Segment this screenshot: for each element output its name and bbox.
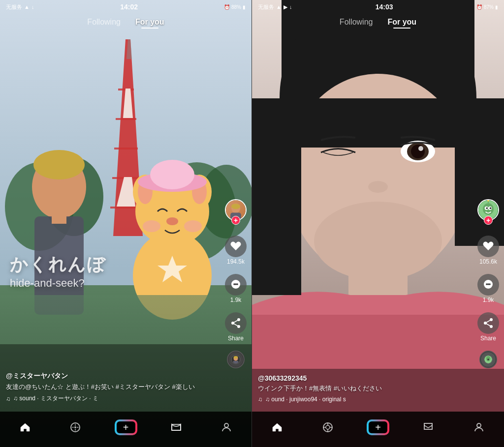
left-share-icon: [229, 316, 243, 330]
right-time: 14:03: [376, 3, 393, 11]
left-wifi-icon: ▲: [24, 4, 30, 10]
svg-rect-9: [116, 118, 136, 120]
right-nav-discover[interactable]: [302, 421, 352, 433]
right-description: ウインク下手か！#無表情 #いいねください: [258, 384, 474, 393]
left-music-note-icon: ♫: [6, 395, 10, 402]
left-like-btn[interactable]: 194.5k: [225, 236, 247, 265]
right-nav-add[interactable]: +: [353, 420, 403, 434]
left-profile-icon: [220, 421, 232, 433]
right-share-icon: [481, 316, 495, 330]
svg-point-56: [224, 423, 228, 427]
left-nav-home[interactable]: [0, 421, 50, 433]
right-comment-icon: [481, 278, 495, 292]
left-inbox-icon: [170, 421, 182, 433]
left-carrier: 无服务: [6, 3, 22, 11]
left-avatar-add-btn[interactable]: +: [231, 216, 240, 225]
right-bottom-info: @30633292345 ウインク下手か！#無表情 #いいねください ♫ ♫ o…: [258, 374, 474, 403]
right-carrier: 无服务: [258, 3, 274, 11]
svg-point-85: [489, 283, 491, 285]
right-avatar-add-btn[interactable]: +: [484, 216, 493, 225]
svg-point-51: [234, 356, 238, 358]
right-nav-inbox[interactable]: [403, 421, 453, 433]
svg-point-16: [33, 150, 85, 179]
left-comment-icon: [229, 278, 243, 292]
left-description: 友達の@ちいたん☆ と遊ぶ！#お笑い #ミスターヤバタン #楽しい: [6, 383, 222, 391]
svg-point-27: [184, 220, 202, 232]
right-location-icon: ▶: [284, 4, 287, 10]
right-nav-profile[interactable]: [454, 421, 504, 433]
left-share-label: Share: [228, 335, 244, 342]
right-home-icon: [271, 421, 283, 433]
right-plus-inner: +: [369, 421, 387, 433]
right-comment-btn[interactable]: 1.9k: [477, 274, 499, 303]
right-share-btn[interactable]: Share: [477, 312, 499, 342]
right-status-bar: 无服务 ▲ ▶ ↓ 14:03 ⏰ 87% ▮: [252, 0, 504, 14]
left-like-icon-bg: [225, 236, 247, 257]
left-battery-icon: ▮: [243, 4, 246, 10]
right-share-icon-bg: [477, 312, 499, 334]
svg-line-89: [485, 320, 491, 323]
left-avatar-btn[interactable]: +: [225, 199, 247, 227]
svg-line-90: [485, 323, 491, 327]
right-username: @30633292345: [258, 374, 474, 382]
left-nav-discover[interactable]: [50, 421, 100, 433]
left-download-icon: ↓: [32, 4, 34, 10]
left-sound-info: ♫ ♫ sound · ミスターヤバタン · ミ: [6, 394, 222, 403]
right-inbox-icon: [422, 421, 434, 433]
right-music-note-icon: ♫: [258, 396, 262, 403]
right-nav-following[interactable]: Following: [340, 18, 373, 29]
svg-point-66: [418, 146, 423, 151]
right-bottom-nav: +: [252, 412, 504, 447]
right-sound-info: ♫ ♫ ound · junjiwoo94 · original s: [258, 396, 474, 403]
left-nav-underline: [141, 28, 158, 29]
svg-point-97: [487, 358, 489, 360]
left-en-text: hide-and-seek?: [10, 277, 106, 290]
right-nav-home[interactable]: [252, 421, 302, 433]
right-battery-icon: ▮: [495, 4, 498, 10]
right-avatar-btn[interactable]: +: [477, 199, 499, 227]
left-phone-panel: 无服务 ▲ ↓ 14:02 ⏰ 88% ▮ Following For you: [0, 0, 252, 447]
left-discover-icon: [69, 421, 81, 433]
left-battery-pct: 88%: [231, 4, 241, 10]
left-nav-inbox[interactable]: [151, 421, 201, 433]
left-alarm-icon: ⏰: [224, 4, 230, 10]
svg-point-78: [486, 208, 488, 209]
left-nav-foryou[interactable]: For you: [135, 18, 164, 29]
svg-point-99: [326, 425, 330, 429]
left-status-left: 无服务 ▲ ↓: [6, 3, 34, 11]
right-sound-text: ♫ ound · junjiwoo94 · original s: [265, 396, 346, 403]
left-status-bar: 无服务 ▲ ↓ 14:02 ⏰ 88% ▮: [0, 0, 252, 14]
left-plus-btn[interactable]: +: [116, 420, 136, 434]
left-time: 14:02: [120, 3, 138, 11]
left-jp-text: かくれんぼ: [10, 253, 106, 277]
left-comment-icon-bg: [225, 274, 247, 296]
left-share-btn[interactable]: Share: [225, 312, 247, 342]
left-bottom-info: @ミスターヤバタン 友達の@ちいたん☆ と遊ぶ！#お笑い #ミスターヤバタン #…: [6, 372, 222, 403]
svg-point-104: [477, 423, 481, 427]
left-nav-profile[interactable]: [201, 421, 252, 433]
left-top-nav: Following For you: [0, 14, 252, 32]
left-music-disc: [227, 351, 245, 368]
left-bottom-nav: +: [0, 412, 252, 447]
svg-point-39: [236, 283, 238, 285]
left-comment-count: 1.9k: [230, 297, 242, 303]
left-nav-add[interactable]: +: [100, 420, 151, 434]
svg-rect-71: [252, 98, 301, 295]
right-plus-btn[interactable]: +: [368, 420, 388, 434]
left-plus-inner: +: [117, 421, 135, 433]
right-wifi-icon: ▲: [276, 4, 282, 10]
right-like-count: 105.6k: [479, 258, 497, 265]
svg-point-34: [231, 204, 240, 209]
left-sound-text: ♫ sound · ミスターヤバタン · ミ: [13, 394, 98, 403]
left-nav-following[interactable]: Following: [87, 18, 121, 29]
right-nav-foryou[interactable]: For you: [387, 18, 416, 29]
right-nav-underline: [393, 28, 410, 29]
left-comment-btn[interactable]: 1.9k: [225, 274, 247, 303]
left-action-buttons: + 194.5k 1.9k: [225, 199, 247, 368]
right-like-btn[interactable]: 105.6k: [477, 236, 499, 265]
right-like-icon-bg: [477, 236, 499, 257]
left-overlay-text: かくれんぼ hide-and-seek?: [10, 253, 106, 290]
right-discover-icon: [322, 421, 334, 433]
right-profile-icon: [473, 421, 485, 433]
svg-point-29: [150, 160, 194, 189]
